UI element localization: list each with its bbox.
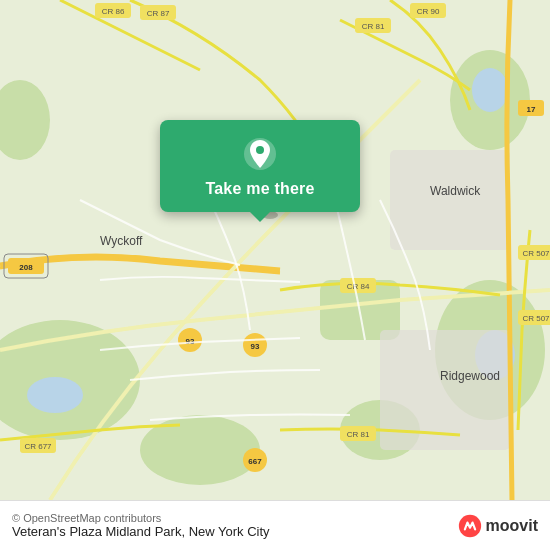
bottom-content: © OpenStreetMap contributors Veteran's P… [12,512,458,539]
svg-point-47 [256,146,264,154]
svg-text:CR 86: CR 86 [102,7,125,16]
popup-card: Take me there [160,120,360,212]
svg-text:667: 667 [248,457,262,466]
svg-point-8 [27,377,83,413]
bottom-bar: © OpenStreetMap contributors Veteran's P… [0,500,550,550]
svg-text:CR 90: CR 90 [417,7,440,16]
svg-text:CR 507: CR 507 [522,249,550,258]
svg-text:208: 208 [19,263,33,272]
svg-text:CR 507: CR 507 [522,314,550,323]
moovit-text-label: moovit [486,517,538,535]
svg-text:17: 17 [527,105,536,114]
svg-text:93: 93 [251,342,260,351]
svg-text:CR 677: CR 677 [24,442,52,451]
svg-text:Ridgewood: Ridgewood [440,369,500,383]
svg-point-10 [472,68,508,112]
osm-credit: © OpenStreetMap contributors [12,512,458,524]
svg-text:Wyckoff: Wyckoff [100,234,143,248]
map-background: 208 17 CR 87 CR 86 CR 90 CR 81 CR 84 [0,0,550,500]
location-title: Veteran's Plaza Midland Park, New York C… [12,524,458,539]
moovit-brand-icon [458,514,482,538]
location-pin-icon [242,136,278,172]
take-me-there-button[interactable]: Take me there [205,180,314,198]
moovit-logo: moovit [458,514,538,538]
svg-text:CR 81: CR 81 [362,22,385,31]
svg-text:CR 87: CR 87 [147,9,170,18]
svg-text:CR 81: CR 81 [347,430,370,439]
map-container: 208 17 CR 87 CR 86 CR 90 CR 81 CR 84 [0,0,550,500]
svg-text:Waldwick: Waldwick [430,184,481,198]
svg-text:CR 84: CR 84 [347,282,370,291]
svg-rect-11 [390,150,510,250]
